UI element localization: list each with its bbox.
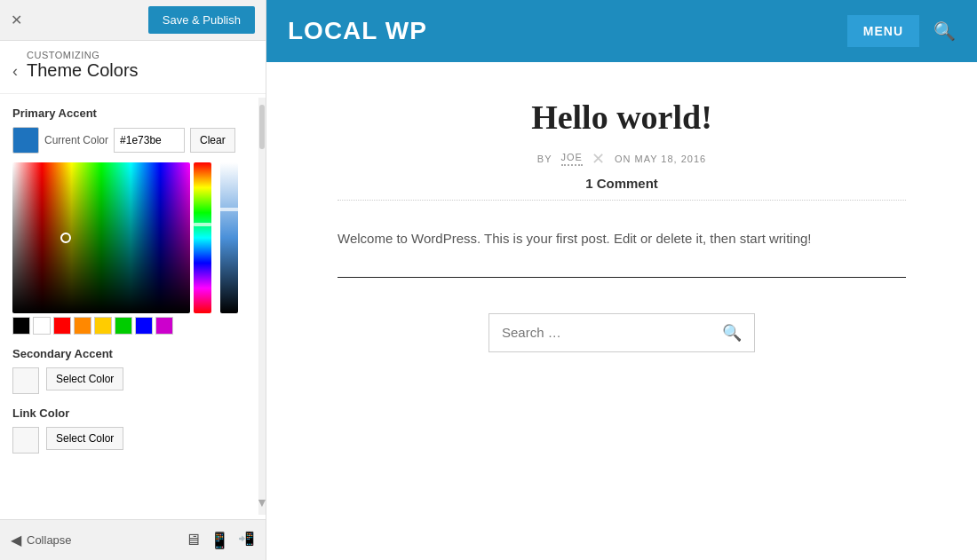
hue-indicator bbox=[194, 223, 211, 226]
color-hex-input[interactable]: #1e73be bbox=[114, 128, 185, 153]
back-button[interactable]: ‹ bbox=[12, 62, 18, 81]
swatch-green[interactable] bbox=[115, 317, 132, 335]
site-title: LOCAL WP bbox=[288, 17, 847, 45]
swatch-black[interactable] bbox=[12, 317, 30, 335]
secondary-accent-label: Secondary Accent bbox=[12, 347, 253, 360]
meta-divider: ✕ bbox=[592, 149, 606, 169]
tablet-icon[interactable]: 📱 bbox=[210, 531, 229, 550]
customizer-panel: ✕ Save & Publish ‹ Customizing Theme Col… bbox=[0, 0, 266, 560]
primary-color-swatch[interactable] bbox=[12, 127, 39, 154]
swatch-orange[interactable] bbox=[74, 317, 91, 335]
swatch-white[interactable] bbox=[33, 317, 51, 335]
post-comments: 1 Comment bbox=[338, 176, 906, 201]
clear-color-button[interactable]: Clear bbox=[190, 128, 235, 153]
header-search-icon[interactable]: 🔍 bbox=[933, 20, 956, 42]
secondary-accent-section: Secondary Accent Select Color bbox=[12, 347, 253, 394]
main-content: Hello world! BY JOE ✕ ON MAY 18, 2016 1 … bbox=[266, 62, 977, 423]
primary-accent-section: Primary Accent Current Color #1e73be Cle… bbox=[12, 106, 253, 335]
swatch-yellow[interactable] bbox=[94, 317, 112, 335]
scroll-down-arrow[interactable]: ▼ bbox=[256, 495, 268, 509]
primary-accent-label: Primary Accent bbox=[12, 106, 253, 120]
hue-slider[interactable] bbox=[194, 162, 211, 313]
meta-author: JOE bbox=[561, 152, 583, 166]
search-widget: 🔍 bbox=[488, 313, 755, 352]
swatch-blue[interactable] bbox=[135, 317, 153, 335]
header-text: Customizing Theme Colors bbox=[27, 50, 139, 81]
brightness-indicator bbox=[220, 208, 238, 211]
preview-panel: LOCAL WP MENU 🔍 Hello world! BY JOE ✕ ON… bbox=[266, 0, 977, 560]
meta-by: BY bbox=[537, 154, 552, 164]
post-meta: BY JOE ✕ ON MAY 18, 2016 bbox=[338, 149, 906, 169]
search-submit-button[interactable]: 🔍 bbox=[710, 314, 754, 351]
swatch-purple[interactable] bbox=[155, 317, 173, 335]
site-header: LOCAL WP MENU 🔍 bbox=[266, 0, 977, 62]
select-link-color-button[interactable]: Select Color bbox=[46, 427, 123, 450]
picker-cursor bbox=[60, 233, 71, 243]
scrollbar-thumb[interactable] bbox=[259, 105, 265, 149]
post-body: Welcome to WordPress. This is your first… bbox=[338, 227, 906, 250]
save-publish-button[interactable]: Save & Publish bbox=[148, 6, 255, 34]
customizer-topbar: ✕ Save & Publish bbox=[0, 0, 266, 41]
color-swatches-row bbox=[12, 317, 253, 335]
select-secondary-color-button[interactable]: Select Color bbox=[46, 367, 123, 390]
color-picker-area[interactable] bbox=[12, 162, 253, 335]
current-color-text: Current Color bbox=[44, 134, 108, 146]
color-gradient-picker[interactable] bbox=[12, 162, 190, 313]
secondary-swatch[interactable] bbox=[12, 367, 39, 394]
swatch-red[interactable] bbox=[53, 317, 71, 335]
customizing-label: Customizing bbox=[27, 50, 139, 60]
panel-header: ‹ Customizing Theme Colors bbox=[0, 41, 266, 94]
link-color-swatch[interactable] bbox=[12, 427, 39, 454]
brightness-slider[interactable] bbox=[220, 162, 238, 313]
link-color-section: Link Color Select Color bbox=[12, 406, 253, 454]
theme-colors-title: Theme Colors bbox=[27, 60, 139, 81]
collapse-label: Collapse bbox=[27, 533, 72, 547]
device-icons: 🖥 📱 📲 bbox=[185, 531, 255, 550]
desktop-icon[interactable]: 🖥 bbox=[185, 531, 201, 550]
scroll-indicator: ▼ bbox=[258, 98, 266, 515]
search-input[interactable] bbox=[489, 314, 710, 351]
primary-accent-row: Current Color #1e73be Clear bbox=[12, 127, 253, 154]
post-separator bbox=[338, 277, 906, 278]
menu-button[interactable]: MENU bbox=[847, 15, 919, 47]
link-color-row: Select Color bbox=[12, 427, 253, 454]
collapse-button[interactable]: ◀ Collapse bbox=[11, 532, 72, 548]
post-title: Hello world! bbox=[338, 98, 906, 137]
collapse-left-icon: ◀ bbox=[11, 532, 21, 548]
panel-content: Primary Accent Current Color #1e73be Cle… bbox=[0, 94, 266, 519]
secondary-accent-row: Select Color bbox=[12, 367, 253, 394]
link-color-label: Link Color bbox=[12, 406, 253, 420]
close-icon[interactable]: ✕ bbox=[11, 12, 22, 28]
meta-date: ON MAY 18, 2016 bbox=[615, 154, 706, 164]
panel-footer: ◀ Collapse 🖥 📱 📲 bbox=[0, 519, 266, 560]
search-icon: 🔍 bbox=[722, 324, 742, 342]
mobile-icon[interactable]: 📲 bbox=[238, 531, 255, 550]
